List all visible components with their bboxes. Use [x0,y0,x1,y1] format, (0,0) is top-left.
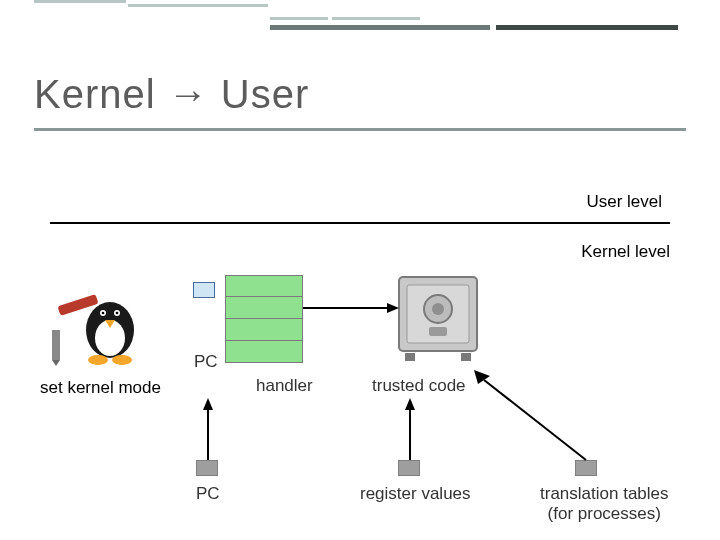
safe-icon [395,273,481,363]
arrow-trans-up [470,370,596,466]
svg-rect-18 [461,353,471,361]
arrow-stack-to-safe [303,301,399,315]
pc-box [193,282,215,298]
user-kernel-divider [50,222,670,224]
svg-point-7 [88,355,108,365]
pc-label-lower: PC [196,484,220,504]
pc-source-block [196,460,218,476]
handler-stack [225,275,303,363]
arrow-pc-up [201,398,215,460]
svg-line-25 [484,380,586,460]
register-values-label: register values [360,484,471,504]
svg-point-5 [116,312,119,315]
slide: Kernel → User User level Kernel level se… [0,0,720,540]
register-values-block [398,460,420,476]
translation-tables-label: translation tables(for processes) [540,484,669,523]
svg-marker-24 [405,398,415,410]
slide-title: Kernel → User [34,72,309,117]
svg-marker-11 [52,360,60,366]
stack-row [225,319,303,341]
svg-marker-20 [387,303,399,313]
title-underline [34,128,686,131]
svg-marker-22 [203,398,213,410]
pc-label-upper: PC [194,352,218,372]
svg-point-15 [432,303,444,315]
stack-row [225,297,303,319]
svg-point-4 [102,312,105,315]
trusted-code-label: trusted code [372,376,466,396]
svg-rect-10 [52,330,60,360]
handler-label: handler [256,376,313,396]
arrow-reg-up [403,398,417,460]
stack-row [225,341,303,363]
stack-row [225,275,303,297]
tux-icon [50,280,170,366]
user-level-label: User level [586,192,662,212]
set-kernel-mode-label: set kernel mode [40,378,161,398]
kernel-level-label: Kernel level [581,242,670,262]
svg-point-8 [112,355,132,365]
svg-rect-17 [405,353,415,361]
svg-rect-16 [429,327,447,336]
